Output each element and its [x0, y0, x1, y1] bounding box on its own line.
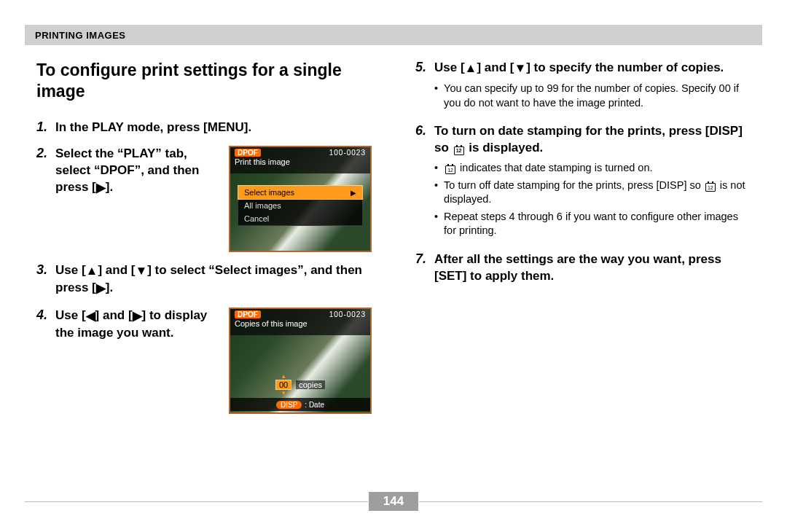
date-stamp-icon: 12 [445, 165, 455, 174]
screenshot-copies: DPOF 100-0023 Copies of this image 00 co… [229, 308, 372, 414]
step-number: 6. [415, 123, 434, 138]
shot1-dpof-badge: DPOF [235, 149, 261, 157]
step-6-title: To turn on date stamping for the prints,… [434, 123, 751, 157]
right-icon: ▶ [351, 189, 356, 197]
step-number: 5. [415, 60, 434, 75]
shot1-menu: Select images▶ All images Cancel [238, 185, 363, 226]
step-1: 1. In the PLAY mode, press [MENU]. [36, 120, 372, 136]
step-3-title: Use [▲] and [▼] to select “Select images… [55, 262, 372, 297]
footer-rule [419, 501, 762, 502]
shot2-count-badge: 00 [275, 380, 291, 390]
shot1-menu-item-selected: Select images▶ [238, 185, 363, 200]
page-footer: 144 [25, 491, 762, 512]
step-5-bullets: You can specify up to 99 for the number … [434, 82, 751, 110]
bullet: Repeat steps 4 through 6 if you want to … [434, 210, 751, 238]
step-4-title: Use [◀] and [▶] to display the image you… [55, 308, 217, 342]
step-4: 4. Use [◀] and [▶] to display the image … [36, 308, 372, 414]
bullet: You can specify up to 99 for the number … [434, 82, 751, 110]
step-number: 3. [36, 262, 55, 278]
step-3: 3. Use [▲] and [▼] to select “Select ima… [36, 262, 372, 297]
shot2-disp-text: : Date [305, 401, 324, 409]
step-1-title: In the PLAY mode, press [MENU]. [55, 120, 372, 136]
step-7: 7. After all the settings are the way yo… [415, 251, 751, 285]
left-column: To configure print settings for a single… [36, 60, 372, 488]
page-title: To configure print settings for a single… [36, 60, 372, 102]
bullet: 12 indicates that date stamping is turne… [434, 161, 751, 176]
right-icon: ▶ [96, 281, 106, 297]
section-header-text: PRINTING IMAGES [35, 30, 126, 41]
up-icon: ▲ [86, 263, 98, 280]
screenshot-dpof-menu: DPOF 100-0023 Print this image Select im… [229, 146, 372, 252]
step-6: 6. To turn on date stamping for the prin… [415, 123, 751, 241]
right-icon: ▶ [96, 180, 106, 197]
shot2-disp-pill: DISP [276, 401, 302, 409]
step-number: 4. [36, 308, 55, 323]
shot1-subtitle: Print this image [230, 157, 370, 167]
shot2-header: DPOF 100-0023 Copies of this image [230, 309, 370, 335]
shot2-folio: 100-0023 [329, 310, 366, 318]
page-number: 144 [369, 492, 418, 511]
step-number: 1. [36, 120, 55, 135]
step-5: 5. Use [▲] and [▼] to specify the number… [415, 60, 751, 113]
step-2-title: Select the “PLAY” tab, select “DPOF”, an… [55, 146, 217, 197]
shot2-copies-row: 00 copies [230, 378, 370, 392]
manual-page: PRINTING IMAGES To configure print setti… [0, 0, 787, 532]
shot1-menu-item: All images [238, 199, 362, 212]
shot1-header: DPOF 100-0023 Print this image [230, 147, 370, 173]
step-2: 2. Select the “PLAY” tab, select “DPOF”,… [36, 146, 372, 252]
step-7-title: After all the settings are the way you w… [434, 251, 751, 285]
content-columns: To configure print settings for a single… [36, 60, 751, 488]
shot2-disp-row: DISP : Date [230, 398, 370, 411]
down-icon: ▼ [135, 263, 147, 280]
shot2-dpof-badge: DPOF [235, 310, 261, 318]
left-icon: ◀ [86, 308, 95, 325]
step-5-title: Use [▲] and [▼] to specify the number of… [434, 60, 751, 77]
bullet: To turn off date stamping for the prints… [434, 179, 751, 207]
step-6-bullets: 12 indicates that date stamping is turne… [434, 161, 751, 238]
date-stamp-icon: 12 [705, 183, 716, 192]
date-stamp-icon: 12 [454, 146, 464, 155]
up-icon: ▲ [465, 60, 477, 77]
down-icon: ▼ [514, 60, 526, 77]
step-number: 7. [415, 251, 434, 267]
shot2-count-label: copies [296, 380, 325, 389]
right-icon: ▶ [133, 308, 142, 325]
shot2-subtitle: Copies of this image [230, 318, 370, 329]
step-number: 2. [36, 146, 55, 161]
footer-rule [25, 501, 368, 502]
right-column: 5. Use [▲] and [▼] to specify the number… [415, 60, 751, 488]
shot1-menu-item: Cancel [238, 212, 362, 225]
shot1-folio: 100-0023 [329, 149, 366, 157]
section-header-bar: PRINTING IMAGES [25, 25, 762, 45]
